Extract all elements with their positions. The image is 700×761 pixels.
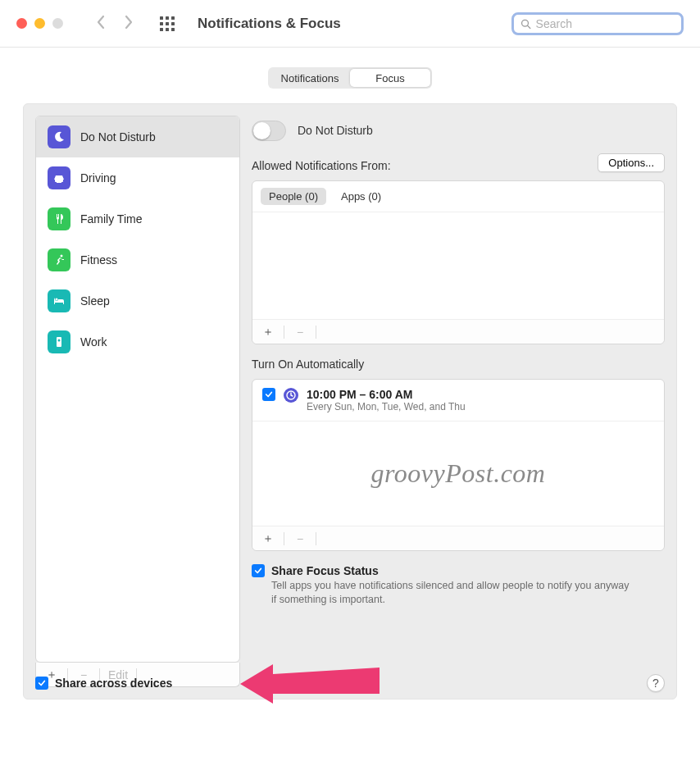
schedule-checkbox[interactable] — [262, 388, 275, 401]
allowed-footer: ＋ − — [252, 319, 664, 344]
focus-toggle[interactable] — [252, 121, 286, 141]
sidebar-item-driving[interactable]: Driving — [36, 157, 239, 198]
auto-box: 10:00 PM – 6:00 AM Every Sun, Mon, Tue, … — [252, 379, 665, 551]
remove-schedule-button[interactable]: − — [293, 532, 307, 545]
share-status: Share Focus Status Tell apps you have no… — [252, 564, 665, 607]
sidebar-item-fitness[interactable]: Fitness — [36, 239, 239, 280]
run-icon — [48, 248, 70, 271]
clock-icon — [284, 388, 298, 403]
share-status-label: Share Focus Status — [271, 564, 379, 577]
divider — [316, 532, 316, 545]
window-controls — [16, 18, 63, 29]
svg-point-3 — [56, 298, 58, 301]
divider — [284, 326, 284, 339]
allowed-tabs: People (0) Apps (0) — [252, 181, 664, 212]
sidebar-item-label: Sleep — [80, 294, 110, 308]
window-title: Notifications & Focus — [198, 16, 341, 32]
allowed-header-row: Allowed Notifications From: Options... — [252, 153, 665, 172]
focus-list: Do Not DisturbDrivingFamily TimeFitnessS… — [35, 116, 240, 663]
share-status-checkbox[interactable] — [252, 564, 265, 577]
show-all-icon[interactable] — [160, 16, 175, 31]
help-button[interactable]: ? — [647, 674, 665, 692]
divider — [316, 326, 316, 339]
segmented-control: Notifications Focus — [268, 67, 432, 89]
sidebar-item-family-time[interactable]: Family Time — [36, 198, 239, 239]
main-panels: Do Not DisturbDrivingFamily TimeFitnessS… — [23, 103, 677, 699]
schedule-row[interactable]: 10:00 PM – 6:00 AM Every Sun, Mon, Tue, … — [252, 380, 664, 422]
sidebar-item-work[interactable]: Work — [36, 321, 239, 362]
allowed-notifications-box: People (0) Apps (0) ＋ − — [252, 180, 665, 344]
share-across-label: Share across devices — [55, 677, 172, 690]
forward-button[interactable] — [124, 15, 134, 33]
moon-icon — [48, 125, 70, 148]
sidebar-item-do-not-disturb[interactable]: Do Not Disturb — [36, 116, 239, 157]
minimize-button[interactable] — [34, 18, 45, 29]
badge-icon — [48, 330, 70, 353]
focus-header: Do Not Disturb — [252, 116, 665, 145]
svg-rect-4 — [57, 337, 61, 347]
allowed-label: Allowed Notifications From: — [252, 159, 391, 172]
sidebar-item-label: Work — [80, 335, 107, 349]
sidebar-item-label: Family Time — [80, 212, 142, 226]
tab-focus[interactable]: Focus — [350, 69, 430, 87]
bottom-bar: Share across devices ? — [35, 674, 665, 692]
sidebar-item-label: Do Not Disturb — [80, 130, 156, 144]
svg-line-1 — [528, 25, 530, 28]
tab-people[interactable]: People (0) — [261, 188, 326, 205]
sidebar-item-label: Driving — [80, 171, 116, 185]
bed-icon — [48, 289, 70, 312]
zoom-button[interactable] — [52, 18, 63, 29]
remove-allowed-button[interactable]: − — [293, 326, 307, 339]
divider — [284, 532, 284, 545]
search-input[interactable] — [536, 17, 675, 30]
schedule-time: 10:00 PM – 6:00 AM — [307, 388, 466, 401]
close-button[interactable] — [16, 18, 27, 29]
back-button[interactable] — [96, 15, 106, 33]
options-button[interactable]: Options... — [598, 153, 665, 172]
search-icon — [520, 18, 531, 30]
sidebar-item-label: Fitness — [80, 253, 117, 267]
watermark: groovyPost.com — [252, 422, 664, 526]
share-across-checkbox[interactable] — [35, 677, 48, 690]
auto-footer: ＋ − — [252, 526, 664, 550]
add-schedule-button[interactable]: ＋ — [261, 531, 275, 546]
detail-pane: Do Not Disturb Allowed Notifications Fro… — [252, 116, 665, 687]
share-status-desc: Tell apps you have notifications silence… — [271, 579, 632, 607]
svg-point-5 — [58, 339, 61, 342]
share-across-row: Share across devices — [35, 677, 172, 690]
tab-apps[interactable]: Apps (0) — [333, 188, 389, 205]
toolbar: Notifications & Focus — [0, 0, 700, 48]
focus-title: Do Not Disturb — [298, 124, 373, 137]
svg-point-2 — [61, 255, 63, 257]
schedule-days: Every Sun, Mon, Tue, Wed, and Thu — [307, 401, 466, 412]
allowed-list — [252, 212, 664, 319]
search-field[interactable] — [511, 12, 684, 35]
sidebar-item-sleep[interactable]: Sleep — [36, 280, 239, 321]
car-icon — [48, 166, 70, 189]
fork-icon — [48, 207, 70, 230]
nav-arrows — [96, 15, 134, 33]
schedule-text: 10:00 PM – 6:00 AM Every Sun, Mon, Tue, … — [307, 388, 466, 412]
focus-sidebar: Do Not DisturbDrivingFamily TimeFitnessS… — [35, 116, 240, 687]
auto-label: Turn On Automatically — [252, 358, 665, 371]
tab-notifications[interactable]: Notifications — [270, 69, 350, 87]
add-allowed-button[interactable]: ＋ — [261, 325, 275, 339]
